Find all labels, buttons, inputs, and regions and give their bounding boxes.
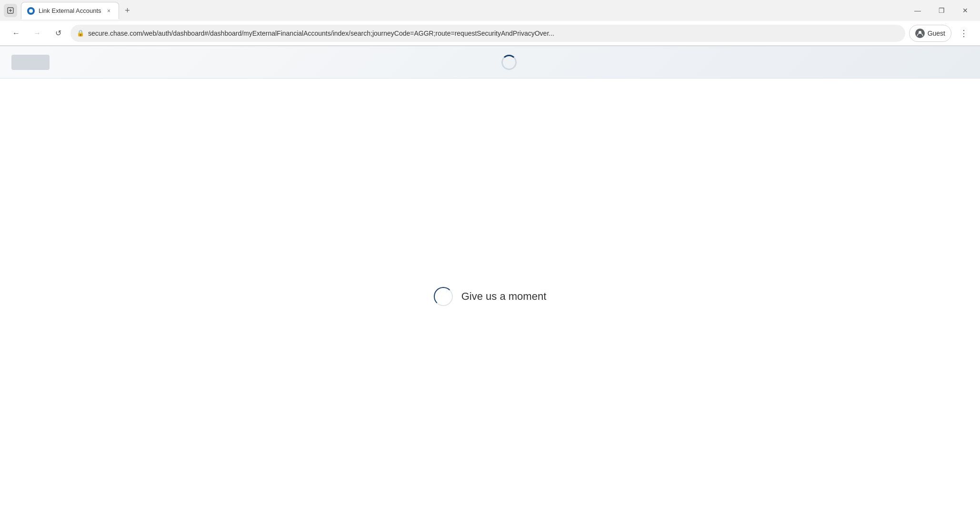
browser-chrome: Link External Accounts × + — ❐ ✕ ← → ↺ 🔒 (0, 0, 980, 46)
tab-group-button[interactable] (4, 4, 17, 17)
loading-spinner (434, 287, 453, 306)
browser-menu-button[interactable]: ⋮ (955, 25, 972, 42)
page-content: Give us a moment (0, 79, 980, 514)
maximize-button[interactable]: ❐ (930, 3, 952, 18)
lock-icon: 🔒 (77, 30, 84, 37)
menu-icon: ⋮ (960, 28, 968, 39)
reload-button[interactable]: ↺ (50, 25, 67, 42)
address-bar-container[interactable]: 🔒 (70, 25, 905, 42)
page-header (0, 46, 980, 79)
tab-close-button[interactable]: × (105, 7, 113, 15)
loading-container: Give us a moment (434, 287, 547, 306)
minimize-button[interactable]: — (907, 3, 929, 18)
profile-button[interactable]: Guest (909, 25, 951, 42)
nav-bar: ← → ↺ 🔒 Guest ⋮ (0, 21, 980, 46)
loading-message: Give us a moment (461, 290, 547, 303)
tab-favicon (27, 7, 35, 15)
reload-icon: ↺ (55, 29, 61, 38)
profile-label: Guest (928, 30, 945, 37)
forward-icon: → (33, 29, 41, 38)
close-window-button[interactable]: ✕ (954, 3, 976, 18)
profile-avatar (915, 29, 925, 38)
browser-tab-active[interactable]: Link External Accounts × (21, 2, 119, 19)
address-bar-input[interactable] (88, 30, 899, 37)
tab-title: Link External Accounts (39, 7, 101, 14)
tab-bar: Link External Accounts × + — ❐ ✕ (0, 0, 980, 21)
window-controls: — ❐ ✕ (907, 3, 976, 18)
forward-button[interactable]: → (29, 25, 46, 42)
chase-logo (11, 55, 50, 70)
new-tab-button[interactable]: + (121, 4, 134, 17)
header-loading-spinner (501, 55, 517, 70)
back-button[interactable]: ← (8, 25, 25, 42)
back-icon: ← (12, 29, 20, 38)
